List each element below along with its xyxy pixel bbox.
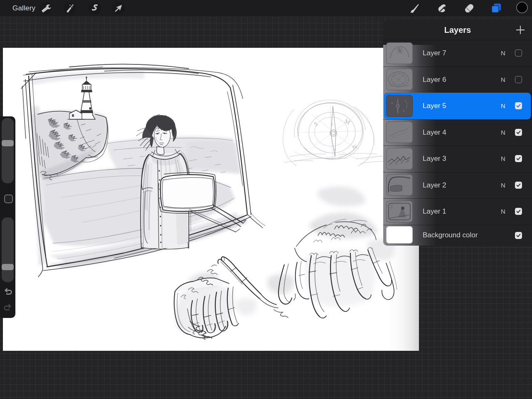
svg-text:M: M [343, 118, 351, 126]
svg-text:s: s [391, 101, 393, 105]
svg-text:S: S [313, 121, 319, 128]
svg-text:N: N [351, 143, 359, 151]
svg-text:s: s [331, 121, 333, 126]
svg-text:n: n [403, 108, 405, 113]
svg-text:w: w [333, 147, 336, 152]
